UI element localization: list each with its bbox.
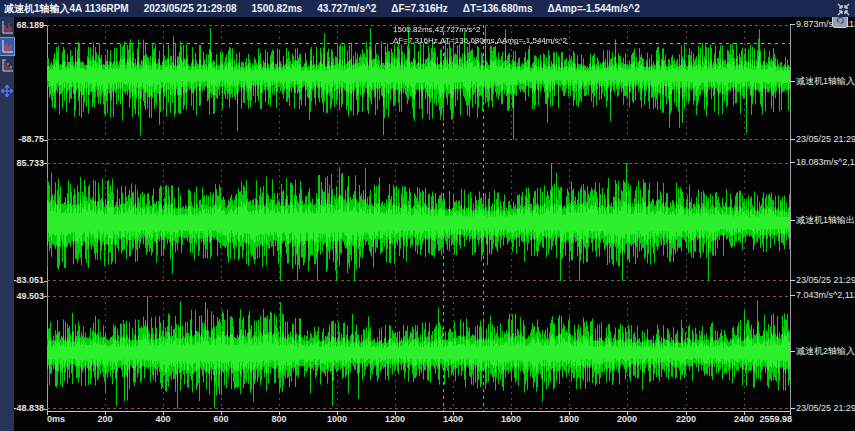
panel-info-label-2: 18.083m/s^2,1136RPM bbox=[790, 158, 855, 167]
y-axis-tick bbox=[44, 140, 47, 141]
y-axis-tick bbox=[44, 163, 47, 164]
x-tick-label: 200 bbox=[97, 415, 112, 424]
pan-move-icon bbox=[1, 85, 13, 97]
tool-time-waveform[interactable] bbox=[0, 19, 14, 36]
tool-pan[interactable] bbox=[0, 82, 14, 99]
collapse-arrows-icon bbox=[837, 3, 850, 16]
vibration-analyzer-window: 减速机1轴输入4A 1136RPM 2023/05/25 21:29:08 15… bbox=[0, 0, 855, 431]
cursor-annotation: 1500.82ms,43.727m/s^2 ΔF=7.316Hz,ΔT=136.… bbox=[393, 24, 567, 46]
x-tick-label: 2200 bbox=[676, 415, 696, 424]
status-bar: 减速机1轴输入4A 1136RPM 2023/05/25 21:29:08 15… bbox=[0, 0, 855, 17]
waveform-canvas-panel2[interactable] bbox=[47, 163, 790, 281]
tool-waveform-cursor[interactable] bbox=[0, 38, 14, 55]
channel-rpm-label: 减速机1轴输入4A 1136RPM bbox=[4, 2, 129, 16]
panel-channel-label-1: 减速机1轴输入4A bbox=[790, 77, 855, 86]
x-tick-label: 600 bbox=[213, 415, 228, 424]
panel-timestamp-label-3: 23/05/25 21:29:08 bbox=[790, 404, 855, 413]
y-axis-tick bbox=[44, 281, 47, 282]
cursor-annotation-line1: 1500.82ms,43.727m/s^2 bbox=[393, 24, 567, 35]
panel-timestamp-label-2: 23/05/25 21:29:08 bbox=[790, 276, 855, 285]
datetime-label: 2023/05/25 21:29:08 bbox=[144, 3, 237, 14]
x-tick-label: 1000 bbox=[327, 415, 347, 424]
x-tick-label: 0ms bbox=[47, 415, 65, 424]
x-tick-label: 1400 bbox=[443, 415, 463, 424]
y-axis-tick bbox=[44, 25, 47, 26]
delta-frequency-label: ΔF=7.316Hz bbox=[391, 3, 447, 14]
waveform-canvas-panel3[interactable] bbox=[47, 296, 790, 409]
delta-amplitude-label: ΔAmp=-1.544m/s^2 bbox=[548, 3, 640, 14]
y-axis-tick bbox=[44, 296, 47, 297]
x-tick-label: 400 bbox=[155, 415, 170, 424]
collapse-window-icon[interactable] bbox=[837, 2, 850, 15]
x-tick-label: 2000 bbox=[617, 415, 637, 424]
spectrum-icon bbox=[2, 59, 13, 72]
delta-time-label: ΔT=136.680ms bbox=[463, 3, 533, 14]
cursor-time-label: 1500.82ms bbox=[252, 3, 303, 14]
cursor-annotation-line2: ΔF=7.316Hz,ΔT=136.680ms,ΔAmp=-1.544m/s^2 bbox=[393, 35, 567, 46]
cursor-amplitude-label: 43.727m/s^2 bbox=[317, 3, 376, 14]
waveform-cursor-icon bbox=[2, 40, 13, 53]
x-tick-label: 1200 bbox=[385, 415, 405, 424]
panel-corner-button-icon bbox=[836, 16, 845, 25]
panel-info-label-3: 7.043m/s^2,1136RPM bbox=[790, 291, 855, 300]
x-tick-label: 2559.98 bbox=[759, 415, 792, 424]
time-waveform-icon bbox=[2, 21, 13, 34]
y-axis-tick bbox=[44, 409, 47, 410]
x-tick-label: 1800 bbox=[559, 415, 579, 424]
tool-sidebar bbox=[0, 17, 14, 431]
tool-spectrum[interactable] bbox=[0, 57, 14, 74]
x-axis-line bbox=[47, 411, 791, 412]
x-tick-label: 2400 bbox=[734, 415, 754, 424]
panel-channel-label-2: 减速机1轴输出5H bbox=[790, 216, 855, 225]
x-tick-label: 800 bbox=[271, 415, 286, 424]
x-tick-label: 1600 bbox=[501, 415, 521, 424]
panel-channel-label-3: 减速机2轴输入6V bbox=[790, 347, 855, 356]
panel-timestamp-label-1: 23/05/25 21:29:08 bbox=[790, 135, 855, 144]
